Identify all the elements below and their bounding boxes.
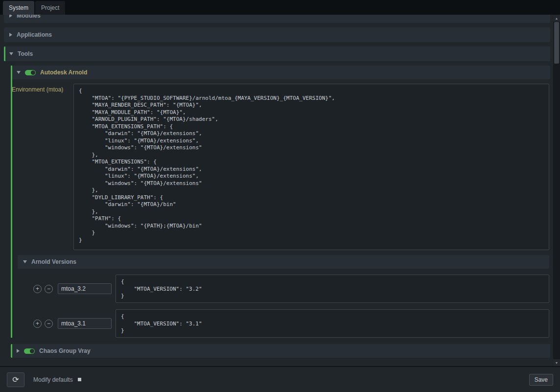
version-row: + − { "MTOA_VERSION": "3.2" }	[18, 275, 549, 303]
refresh-icon: ⟳	[12, 375, 19, 384]
environment-textarea[interactable]: { "MTOA": "{PYPE_STUDIO_SOFTWARE}/arnold…	[73, 84, 549, 250]
settings-content: Modules Applications Tools	[0, 15, 560, 366]
version-value-textarea[interactable]: { "MTOA_VERSION": "3.1" }	[116, 309, 549, 338]
arnold-group: Autodesk Arnold Environment (mtoa) { "MT…	[11, 66, 550, 338]
add-version-button[interactable]: +	[33, 285, 42, 293]
scrollbar-thumb[interactable]	[554, 22, 559, 64]
section-title-tools: Tools	[18, 50, 33, 57]
environment-row: Environment (mtoa) { "MTOA": "{PYPE_STUD…	[12, 84, 550, 250]
settings-window: System Project Modules Applications Tool…	[0, 0, 560, 392]
tools-body: Autodesk Arnold Environment (mtoa) { "MT…	[11, 66, 550, 358]
enabled-toggle[interactable]	[25, 70, 36, 75]
section-header-tools[interactable]: Tools	[4, 46, 550, 61]
environment-label: Environment (mtoa)	[12, 84, 73, 93]
scrollbar[interactable]: ▲ ▼	[553, 15, 560, 366]
expand-arrow-icon	[9, 33, 12, 37]
version-row: + − { "MTOA_VERSION": "3.1" }	[18, 309, 549, 338]
collapse-arrow-icon	[23, 260, 27, 263]
add-version-button[interactable]: +	[33, 320, 42, 328]
modified-indicator	[4, 46, 5, 61]
settings-scroll-area: Modules Applications Tools	[0, 15, 553, 366]
plus-icon: +	[36, 285, 39, 292]
version-value-textarea[interactable]: { "MTOA_VERSION": "3.2" }	[116, 275, 549, 303]
modified-indicator	[11, 66, 12, 338]
vray-group: Chaos Group Vray	[11, 344, 550, 358]
arnold-versions-subsection: Arnold Versions + − { "MTOA_VERSION": "3…	[18, 255, 550, 338]
save-button[interactable]: Save	[529, 374, 553, 386]
scrollbar-up-button[interactable]: ▲	[553, 15, 560, 22]
group-header-vray[interactable]: Chaos Group Vray	[11, 344, 550, 358]
expand-arrow-icon	[17, 349, 20, 353]
section-title-modules: Modules	[17, 15, 41, 19]
tab-system[interactable]: System	[3, 1, 34, 15]
modify-defaults-label: Modify defaults	[33, 376, 73, 383]
scrollbar-track[interactable]	[553, 22, 560, 359]
tab-project[interactable]: Project	[35, 1, 65, 15]
collapse-arrow-icon	[9, 52, 13, 55]
modify-defaults-checkbox[interactable]	[78, 378, 81, 381]
subsection-header-arnold-versions[interactable]: Arnold Versions	[18, 255, 549, 269]
expand-arrow-icon	[9, 15, 12, 18]
section-header-modules[interactable]: Modules	[4, 15, 550, 23]
remove-version-button[interactable]: −	[45, 320, 53, 328]
remove-version-button[interactable]: −	[45, 285, 53, 293]
enabled-toggle[interactable]	[24, 348, 35, 354]
refresh-button[interactable]: ⟳	[7, 372, 24, 387]
modified-indicator	[11, 344, 12, 358]
group-header-arnold[interactable]: Autodesk Arnold	[11, 66, 550, 79]
plus-icon: +	[36, 320, 39, 327]
version-key-input[interactable]	[58, 283, 112, 294]
version-key-input[interactable]	[58, 318, 112, 329]
collapse-arrow-icon	[17, 71, 21, 74]
minus-icon: −	[47, 285, 50, 292]
scrollbar-down-button[interactable]: ▼	[553, 359, 560, 366]
main-tabbar: System Project	[0, 0, 560, 15]
minus-icon: −	[47, 320, 50, 327]
subsection-title-arnold-versions: Arnold Versions	[31, 258, 76, 265]
section-title-applications: Applications	[17, 31, 52, 38]
section-header-applications[interactable]: Applications	[4, 27, 550, 42]
group-title-arnold: Autodesk Arnold	[40, 69, 87, 76]
group-title-vray: Chaos Group Vray	[39, 347, 91, 354]
footer: ⟳ Modify defaults Save	[0, 366, 560, 392]
